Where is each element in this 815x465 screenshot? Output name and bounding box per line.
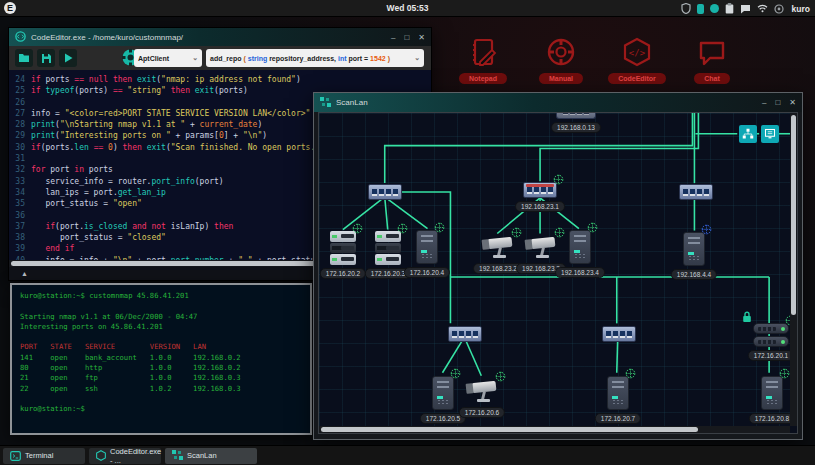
node-ip-label: 192.168.0.13 xyxy=(551,122,601,133)
scrollbar-thumb[interactable] xyxy=(321,427,698,432)
user-icon[interactable] xyxy=(774,4,784,14)
map-horizontal-scrollbar[interactable] xyxy=(319,426,790,433)
map-node-172.16.20.5[interactable]: 172.16.20.5 xyxy=(432,376,454,410)
scanlan-titlebar[interactable]: ScanLan – □ ✕ xyxy=(314,93,802,112)
map-node-192.168.4.4[interactable]: 192.168.4.4 xyxy=(683,232,705,266)
expand-console-arrow-icon[interactable]: ▲ xyxy=(21,270,28,277)
lock-icon xyxy=(742,309,752,327)
method-signature-select[interactable]: add_repo ( string repository_address, in… xyxy=(206,49,424,67)
device-view-button[interactable] xyxy=(761,125,779,143)
run-button[interactable] xyxy=(59,49,77,67)
desktop-icon-manual[interactable]: Manual xyxy=(525,36,597,84)
desktop-icon-label: Notepad xyxy=(459,73,507,84)
map-node-192.168.23.2[interactable]: 192.168.23.2 xyxy=(481,235,515,260)
api-class-select[interactable]: AptClient ⌄ xyxy=(134,49,202,67)
map-node-192.168.23.3[interactable]: 192.168.23.3 xyxy=(524,235,558,260)
system-tray: kuro xyxy=(681,0,810,17)
codeeditor-icon: </> xyxy=(620,36,654,70)
codeeditor-window-icon xyxy=(15,28,26,46)
globe-icon xyxy=(434,219,445,237)
globe-icon xyxy=(554,224,565,242)
scanlan-window: ScanLan – □ ✕ 192.168.0.13172.16.20.2172… xyxy=(313,92,803,440)
globe-icon xyxy=(779,365,790,383)
map-node-switch[interactable] xyxy=(448,326,482,342)
map-node-172.16.20.3[interactable]: 172.16.20.3 xyxy=(375,231,401,265)
desktop-icon-label: CodeEditor xyxy=(608,73,666,84)
close-button[interactable]: ✕ xyxy=(418,33,425,42)
node-ip-label: 172.16.20.2 xyxy=(320,268,366,279)
terminal-line: kuro@station:~$ xyxy=(20,404,302,414)
map-node-switch[interactable] xyxy=(602,326,636,342)
map-node-172.16.20.1[interactable]: 172.16.20.1 xyxy=(753,323,789,347)
chevron-down-icon: ⌄ xyxy=(189,54,198,62)
map-node-172.16.20.7[interactable]: 172.16.20.7 xyxy=(607,376,629,410)
map-node-switch[interactable] xyxy=(679,184,713,200)
map-node-192.168.0.13[interactable]: 192.168.0.13 xyxy=(556,112,596,119)
globe-icon xyxy=(625,365,636,383)
globe-icon xyxy=(495,368,506,386)
open-file-button[interactable] xyxy=(15,49,33,67)
minimize-button[interactable]: – xyxy=(391,33,395,42)
map-node-172.16.20.8[interactable]: 172.16.20.8 xyxy=(761,376,783,410)
node-ip-label: 192.168.4.4 xyxy=(671,269,717,280)
node-ip-label: 172.16.20.4 xyxy=(404,267,450,278)
desktop-icon-codeeditor[interactable]: </> CodeEditor xyxy=(601,36,673,84)
chat-bubble-icon[interactable] xyxy=(740,4,751,14)
taskbar: Terminal CodeEditor.exe - ... ScanLan xyxy=(0,445,815,465)
map-node-172.16.20.4[interactable]: 172.16.20.4 xyxy=(416,230,438,264)
map-vertical-scrollbar[interactable] xyxy=(790,113,797,426)
terminal-line: 22 open ssh 1.0.2 192.168.0.3 xyxy=(20,384,302,394)
terminal-line: 80 open http 1.0.0 192.168.0.2 xyxy=(20,363,302,373)
chevron-down-icon: ⌄ xyxy=(411,54,420,62)
node-ip-label: 172.16.20.7 xyxy=(595,413,641,424)
clipboard-icon[interactable] xyxy=(725,3,734,14)
globe-icon xyxy=(511,224,522,242)
code-editor-toolbar: AptClient ⌄ add_repo ( string repository… xyxy=(9,46,431,70)
desktop-icon-label: Manual xyxy=(539,73,583,84)
taskbar-item-terminal[interactable]: Terminal xyxy=(3,448,85,464)
terminal-icon xyxy=(10,451,21,461)
method-signature: add_repo ( string repository_address, in… xyxy=(210,55,390,62)
screen-status-icon[interactable] xyxy=(697,4,704,14)
map-node-192.168.23.4[interactable]: 192.168.23.4 xyxy=(569,230,591,264)
svg-text:</>: </> xyxy=(629,48,646,58)
taskbar-item-scanlan[interactable]: ScanLan xyxy=(165,448,257,464)
manual-icon xyxy=(544,36,578,70)
status-dot-icon[interactable] xyxy=(710,4,719,13)
desktop-icon-notepad[interactable]: Notepad xyxy=(447,36,519,84)
taskbar-item-codeeditor[interactable]: CodeEditor.exe - ... xyxy=(89,448,161,464)
terminal-line: 141 open bank_account 1.0.0 192.168.0.2 xyxy=(20,353,302,363)
code-editor-titlebar[interactable]: CodeEditor.exe - /home/kuro/customnmap/ … xyxy=(9,28,431,46)
terminal-line: PORT STATE SERVICE VERSION LAN xyxy=(20,342,302,352)
node-ip-label: 192.168.23.4 xyxy=(555,267,605,278)
node-ip-label: 172.16.20.1 xyxy=(748,350,794,361)
save-button[interactable] xyxy=(37,49,55,67)
scrollbar-thumb[interactable] xyxy=(791,115,796,315)
minimize-button[interactable]: – xyxy=(762,98,766,107)
globe-icon xyxy=(450,365,461,383)
terminal-window[interactable]: kuro@station:~$ customnmap 45.86.41.201 … xyxy=(10,283,312,435)
terminal-line: 21 open ftp 1.0.0 192.168.0.3 xyxy=(20,373,302,383)
network-map[interactable]: 192.168.0.13172.16.20.2172.16.20.3172.16… xyxy=(318,112,798,434)
shield-icon[interactable] xyxy=(681,3,691,14)
map-node-192.168.23.1[interactable]: 192.168.23.1 xyxy=(523,182,557,198)
terminal-line: kuro@station:~$ customnmap 45.86.41.201 xyxy=(20,291,302,301)
scanlan-window-icon xyxy=(320,94,331,112)
map-node-172.16.20.2[interactable]: 172.16.20.2 xyxy=(330,231,356,265)
notepad-icon xyxy=(466,36,500,70)
map-node-switch[interactable] xyxy=(368,184,402,200)
globe-icon xyxy=(352,220,363,238)
desktop-icon-chat[interactable]: Chat xyxy=(676,36,748,84)
maximize-button[interactable]: □ xyxy=(404,33,409,42)
maximize-button[interactable]: □ xyxy=(775,98,780,107)
terminal-line: Starting nmap v1.1 at 06/Dec/2000 - 04:4… xyxy=(20,312,302,322)
codeeditor-icon xyxy=(96,450,106,461)
map-node-172.16.20.6[interactable]: 172.16.20.6 xyxy=(465,379,499,404)
terminal-line xyxy=(20,394,302,404)
wifi-icon[interactable] xyxy=(757,4,768,13)
close-button[interactable]: ✕ xyxy=(789,98,796,107)
node-ip-label: 172.16.20.6 xyxy=(459,407,505,418)
globe-icon xyxy=(701,221,712,239)
lan-view-button[interactable] xyxy=(739,125,757,143)
chat-icon xyxy=(695,36,729,70)
